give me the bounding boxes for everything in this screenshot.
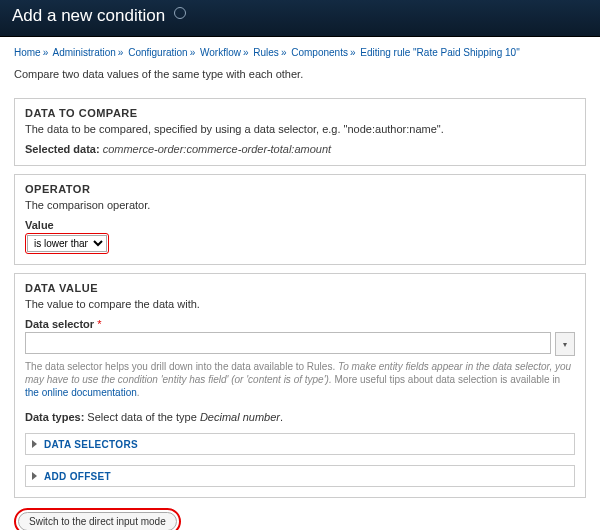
operator-select[interactable]: is lower than (27, 235, 107, 252)
selected-data-value: commerce-order:commerce-order-total:amou… (103, 143, 331, 155)
breadcrumb-link[interactable]: Home (14, 47, 41, 58)
breadcrumb: Home» Administration» Configuration» Wor… (0, 37, 600, 64)
operator-value-label: Value (25, 219, 575, 231)
gear-icon[interactable] (174, 7, 186, 19)
panel-data-to-compare: DATA TO COMPARE The data to be compared,… (14, 98, 586, 166)
page-title: Add a new condition (12, 6, 165, 26)
chevron-right-icon (32, 472, 37, 480)
breadcrumb-link[interactable]: Editing rule "Rate Paid Shipping 10" (360, 47, 519, 58)
window-header: Add a new condition (0, 0, 600, 37)
panel-data-value: DATA VALUE The value to compare the data… (14, 273, 586, 498)
panel-desc: The data to be compared, specified by us… (25, 123, 575, 135)
help-text: The data selector helps you drill down i… (25, 361, 338, 372)
operator-select-highlight: is lower than (25, 233, 109, 254)
collapsible-add-offset[interactable]: ADD OFFSET (25, 465, 575, 487)
breadcrumb-link[interactable]: Configuration (128, 47, 187, 58)
selected-data-row: Selected data: commerce-order:commerce-o… (25, 143, 575, 155)
breadcrumb-link[interactable]: Rules (253, 47, 279, 58)
chevron-down-icon: ▾ (563, 340, 567, 349)
switch-mode-row: Switch to the direct input mode (14, 508, 586, 530)
required-marker: * (97, 318, 101, 330)
help-text: More useful tips about data selection is… (334, 374, 560, 385)
breadcrumb-link[interactable]: Workflow (200, 47, 241, 58)
selected-data-label: Selected data: (25, 143, 100, 155)
data-selector-help: The data selector helps you drill down i… (25, 360, 575, 399)
data-types-line: Data types: Select data of the type Deci… (25, 411, 575, 423)
collapsible-data-selectors[interactable]: DATA SELECTORS (25, 433, 575, 455)
data-selector-input[interactable] (25, 332, 551, 354)
collapsible-label: DATA SELECTORS (44, 439, 138, 450)
collapsible-label: ADD OFFSET (44, 471, 111, 482)
switch-direct-input-button[interactable]: Switch to the direct input mode (18, 512, 177, 530)
breadcrumb-link[interactable]: Components (291, 47, 348, 58)
data-selector-dropdown-button[interactable]: ▾ (555, 332, 575, 356)
panel-title: OPERATOR (25, 183, 575, 195)
data-types-em: Decimal number (200, 411, 280, 423)
panel-desc: The value to compare the data with. (25, 298, 575, 310)
panel-operator: OPERATOR The comparison operator. Value … (14, 174, 586, 265)
data-types-label: Data types: (25, 411, 84, 423)
intro-text: Compare two data values of the same type… (0, 64, 600, 90)
panel-desc: The comparison operator. (25, 199, 575, 211)
breadcrumb-link[interactable]: Administration (52, 47, 115, 58)
switch-mode-highlight: Switch to the direct input mode (14, 508, 181, 530)
chevron-right-icon (32, 440, 37, 448)
panel-title: DATA VALUE (25, 282, 575, 294)
online-documentation-link[interactable]: the online documentation (25, 387, 137, 398)
data-selector-label: Data selector (25, 318, 94, 330)
data-types-text: Select data of the type (87, 411, 200, 423)
panel-title: DATA TO COMPARE (25, 107, 575, 119)
